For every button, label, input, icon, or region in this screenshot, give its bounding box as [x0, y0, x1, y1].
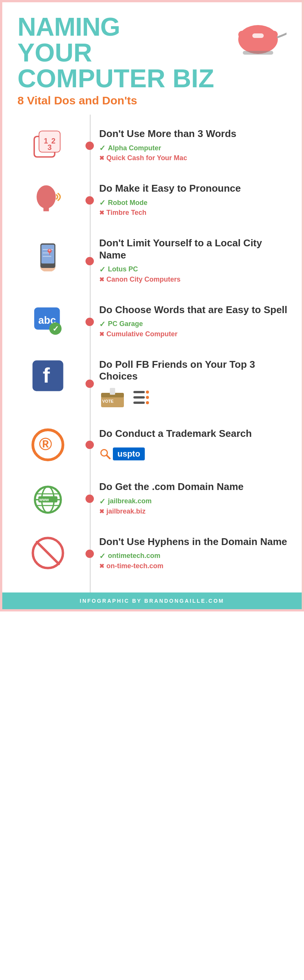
list-item: f Do Poll FB Friends on Your Top 3 Choic…: [2, 349, 302, 418]
item-icon-www: www: [10, 481, 86, 515]
svg-point-0: [238, 25, 278, 54]
item-8-good: ✓ ontimetech.com: [99, 552, 290, 561]
item-5-title: Do Poll FB Friends on Your Top 3 Choices: [99, 359, 290, 382]
item-1-content: Don't Use More than 3 Words ✓ Alpha Comp…: [86, 128, 290, 164]
main-container: NAMING YOUR COMPUTER BIZ 8 Vital Dos and…: [0, 0, 304, 611]
item-7-good: ✓ jailbreak.com: [99, 497, 290, 506]
x-icon: ✖: [99, 209, 104, 216]
svg-rect-29: [110, 388, 115, 395]
svg-point-32: [146, 391, 149, 394]
svg-rect-35: [133, 402, 145, 404]
item-8-title: Don't Use Hyphens in the Domain Name: [99, 536, 290, 548]
svg-rect-11: [43, 207, 49, 212]
check-icon: ✓: [99, 143, 106, 153]
subtitle: 8 Vital Dos and Don'ts: [18, 94, 233, 107]
header: NAMING YOUR COMPUTER BIZ 8 Vital Dos and…: [2, 2, 302, 115]
item-8-bad: ✖ on-time-tech.com: [99, 562, 290, 570]
svg-rect-2: [252, 33, 264, 38]
svg-rect-14: [42, 245, 54, 264]
svg-rect-31: [133, 391, 145, 393]
item-icon-facebook: f: [10, 359, 86, 393]
item-dot-2: [85, 196, 94, 205]
item-7-content: Do Get the .com Domain Name ✓ jailbreak.…: [86, 481, 290, 517]
svg-line-50: [37, 542, 59, 564]
check-icon: ✓: [99, 198, 106, 207]
item-icon-nohyphen: [10, 536, 86, 570]
svg-text:®: ®: [39, 434, 52, 454]
search-icon: [99, 448, 111, 460]
item-2-content: Do Make it Easy to Pronounce ✓ Robot Mod…: [86, 183, 290, 218]
vote-area: VOTE: [99, 386, 290, 409]
item-dot-6: [85, 441, 94, 449]
vote-icon: VOTE: [99, 386, 126, 409]
svg-point-19: [49, 249, 51, 251]
svg-rect-3: [243, 51, 273, 55]
list-item: ® Do Conduct a Trademark Search uspto: [2, 418, 302, 471]
check-icon: ✓: [99, 265, 106, 274]
footer: INFOGRAPHIC BY BRANDONGAILLE.COM: [2, 592, 302, 609]
item-2-title: Do Make it Easy to Pronounce: [99, 183, 290, 194]
item-4-title: Do Choose Words that are Easy to Spell: [99, 304, 290, 316]
list-item: www Do Get the .com Domain Name ✓ jailbr…: [2, 471, 302, 526]
svg-text:✓: ✓: [53, 325, 59, 333]
x-icon: ✖: [99, 508, 104, 515]
item-dot-4: [85, 318, 94, 326]
svg-text:3: 3: [48, 143, 52, 151]
svg-rect-33: [133, 396, 145, 399]
list-item: Don't Limit Yourself to a Local City Nam…: [2, 228, 302, 294]
check-icon: ✓: [99, 497, 106, 506]
item-4-good: ✓ PC Garage: [99, 320, 290, 329]
item-dot-8: [85, 550, 94, 558]
item-dot-7: [85, 495, 94, 503]
item-5-content: Do Poll FB Friends on Your Top 3 Choices…: [86, 359, 290, 409]
item-icon-phone: [10, 237, 86, 271]
svg-point-34: [146, 396, 149, 399]
item-icon-dice: 1 2 3: [10, 128, 86, 162]
item-6-content: Do Conduct a Trademark Search uspto: [86, 428, 290, 461]
uspto-text: uspto: [113, 447, 145, 460]
list-item: abc ✓ Do Choose Words that are Easy to S…: [2, 294, 302, 349]
item-dot-1: [85, 142, 94, 150]
item-dot-3: [85, 257, 94, 265]
item-1-bad: ✖ Quick Cash for Your Mac: [99, 154, 290, 162]
item-3-title: Don't Limit Yourself to a Local City Nam…: [99, 237, 290, 261]
svg-text:2: 2: [51, 137, 56, 145]
timeline: 1 2 3 Don't Use More than 3 Words ✓ Alph…: [2, 115, 302, 592]
check-icon: ✓: [99, 552, 106, 561]
uspto-badge: uspto: [99, 447, 145, 460]
footer-text: INFOGRAPHIC BY BRANDONGAILLE.COM: [8, 598, 296, 604]
svg-point-40: [101, 450, 107, 455]
item-4-bad: ✖ Cumulative Computer: [99, 330, 290, 338]
x-icon: ✖: [99, 563, 104, 570]
x-icon: ✖: [99, 154, 104, 162]
item-7-bad: ✖ jailbreak.biz: [99, 508, 290, 515]
check-icon: ✓: [99, 320, 106, 329]
svg-text:VOTE: VOTE: [102, 399, 114, 404]
item-6-title: Do Conduct a Trademark Search: [99, 428, 290, 439]
border-wrapper: NAMING YOUR COMPUTER BIZ 8 Vital Dos and…: [0, 0, 304, 611]
item-dot-5: [85, 380, 94, 388]
item-1-title: Don't Use More than 3 Words: [99, 128, 290, 140]
title-line2: YOUR: [18, 40, 233, 65]
svg-line-41: [107, 455, 110, 458]
item-icon-face: [10, 183, 86, 217]
svg-point-36: [146, 401, 149, 404]
header-title: NAMING YOUR COMPUTER BIZ 8 Vital Dos and…: [18, 14, 233, 107]
item-8-content: Don't Use Hyphens in the Domain Name ✓ o…: [86, 536, 290, 572]
item-3-bad: ✖ Canon City Computers: [99, 275, 290, 283]
svg-text:f: f: [43, 363, 50, 387]
item-4-content: Do Choose Words that are Easy to Spell ✓…: [86, 304, 290, 340]
item-icon-registered: ®: [10, 428, 86, 462]
mouse-icon: [233, 18, 286, 57]
list-icon: [131, 388, 154, 407]
list-item: Do Make it Easy to Pronounce ✓ Robot Mod…: [2, 173, 302, 228]
title-line3: COMPUTER BIZ: [18, 65, 233, 91]
item-3-content: Don't Limit Yourself to a Local City Nam…: [86, 237, 290, 285]
svg-point-10: [37, 185, 56, 208]
item-2-good: ✓ Robot Mode: [99, 198, 290, 207]
item-7-title: Do Get the .com Domain Name: [99, 481, 290, 493]
list-item: Don't Use Hyphens in the Domain Name ✓ o…: [2, 527, 302, 581]
item-icon-abc: abc ✓: [10, 304, 86, 338]
x-icon: ✖: [99, 276, 104, 283]
svg-text:www: www: [39, 497, 50, 502]
